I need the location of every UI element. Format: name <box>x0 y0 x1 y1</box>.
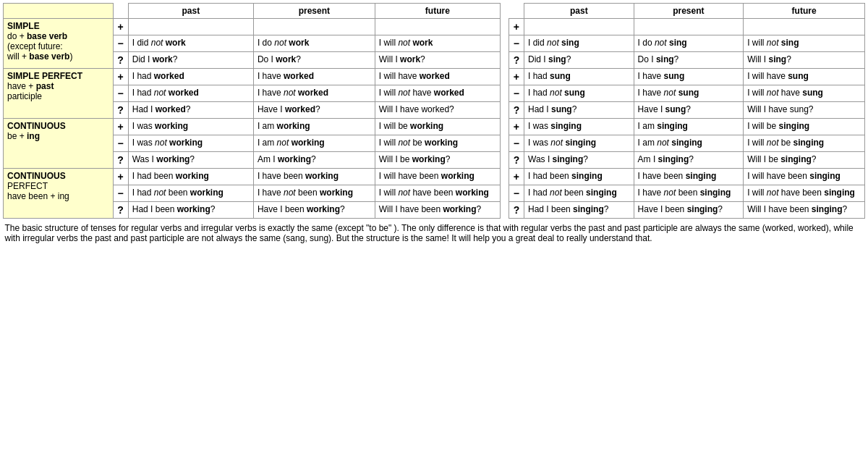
sing-future-cell: I will not sing <box>744 35 865 52</box>
section-label-1: SIMPLE PERFECThave + pastparticiple <box>4 69 114 119</box>
present-header-sing: present <box>634 4 744 19</box>
sing-past-cell <box>524 19 634 35</box>
sing-present-cell: I have not sung <box>634 85 744 102</box>
table-row: ?Had I been working?Have I been working?… <box>4 202 865 219</box>
past-header-sing: past <box>524 4 634 19</box>
sign-cell-2: − <box>509 135 524 152</box>
header-row: past present future past present future <box>4 4 865 19</box>
sign-cell: − <box>113 185 128 202</box>
sign-cell: + <box>113 19 128 35</box>
sign-header-work <box>113 4 128 19</box>
work-present-cell: I do not work <box>253 35 375 52</box>
sign-cell-2: ? <box>509 52 524 69</box>
sing-present-cell: I have sung <box>634 69 744 85</box>
sign-cell: ? <box>113 102 128 119</box>
sing-past-cell: Had I sung? <box>524 102 634 119</box>
work-past-cell: I had worked <box>128 69 253 85</box>
section-label-0: SIMPLEdo + base verb(except future:will … <box>4 19 114 69</box>
sing-past-cell: Did I sing? <box>524 52 634 69</box>
sign-header-sing <box>509 4 524 19</box>
work-past-cell: I was working <box>128 119 253 135</box>
sing-future-cell <box>744 19 865 35</box>
sing-future-cell: I will be singing <box>744 119 865 135</box>
sing-future-cell: I will not be singing <box>744 135 865 152</box>
sign-cell: − <box>113 135 128 152</box>
sing-past-cell: I did not sing <box>524 35 634 52</box>
sing-present-cell: I have not been singing <box>634 185 744 202</box>
work-future-cell: Will I work? <box>375 52 500 69</box>
tenses-table: past present future past present future … <box>3 3 865 245</box>
work-past-cell: Did I work? <box>128 52 253 69</box>
sing-past-cell: I had been singing <box>524 169 634 185</box>
table-row: SIMPLEdo + base verb(except future:will … <box>4 19 865 35</box>
sign-cell-2: − <box>509 35 524 52</box>
work-future-cell: I will be working <box>375 119 500 135</box>
work-present-cell: Have I been working? <box>253 202 375 219</box>
sign-cell: ? <box>113 152 128 169</box>
sing-past-cell: I had not been singing <box>524 185 634 202</box>
sign-cell-2: + <box>509 69 524 85</box>
present-header-work: present <box>253 4 375 19</box>
work-past-cell: I had not been working <box>128 185 253 202</box>
work-present-cell: I am not working <box>253 135 375 152</box>
sing-past-cell: I was singing <box>524 119 634 135</box>
sing-present-cell: Am I singing? <box>634 152 744 169</box>
sing-past-cell: I was not singing <box>524 135 634 152</box>
table-row: SIMPLE PERFECThave + pastparticiple+I ha… <box>4 69 865 85</box>
divider-header <box>500 4 509 19</box>
work-present-cell: Do I work? <box>253 52 375 69</box>
sing-present-cell: I do not sing <box>634 35 744 52</box>
sign-cell: + <box>113 69 128 85</box>
sign-cell-2: − <box>509 85 524 102</box>
future-header-work: future <box>375 4 500 19</box>
work-past-cell: Had I worked? <box>128 102 253 119</box>
sing-present-cell: Have I sung? <box>634 102 744 119</box>
work-past-cell <box>128 19 253 35</box>
work-past-cell: I had not worked <box>128 85 253 102</box>
work-past-cell: Was I working? <box>128 152 253 169</box>
sing-future-cell: Will I be singing? <box>744 152 865 169</box>
table-row: ?Had I worked?Have I worked?Will I have … <box>4 102 865 119</box>
table-row: CONTINUOUSbe + ing+I was workingI am wor… <box>4 119 865 135</box>
work-present-cell: I have not worked <box>253 85 375 102</box>
sing-future-cell: Will I have been singing? <box>744 202 865 219</box>
work-past-cell: I had been working <box>128 169 253 185</box>
work-future-cell: I will have worked <box>375 69 500 85</box>
sign-cell-2: ? <box>509 152 524 169</box>
footer-text: The basic structure of tenses for regula… <box>4 219 865 245</box>
sign-cell: − <box>113 35 128 52</box>
table-row: −I did not workI do not workI will not w… <box>4 35 865 52</box>
table-row: ?Was I working?Am I working?Will I be wo… <box>4 152 865 169</box>
table-row: −I was not workingI am not workingI will… <box>4 135 865 152</box>
work-future-cell: I will not have been working <box>375 185 500 202</box>
section-label-2: CONTINUOUSbe + ing <box>4 119 114 169</box>
sing-future-cell: I will have been singing <box>744 169 865 185</box>
sing-future-cell: I will not have been singing <box>744 185 865 202</box>
work-past-cell: Had I been working? <box>128 202 253 219</box>
past-header-work: past <box>128 4 253 19</box>
divider-cell <box>500 19 509 69</box>
work-future-cell: I will not work <box>375 35 500 52</box>
table-row: CONTINUOUSPERFECThave been + ing+I had b… <box>4 169 865 185</box>
work-present-cell: I am working <box>253 119 375 135</box>
sing-present-cell: I am not singing <box>634 135 744 152</box>
sign-cell-2: + <box>509 169 524 185</box>
sing-present-cell: I have been singing <box>634 169 744 185</box>
sing-past-cell: Had I been singing? <box>524 202 634 219</box>
sing-past-cell: I had not sung <box>524 85 634 102</box>
work-future-cell: I will not have worked <box>375 85 500 102</box>
sign-cell: + <box>113 119 128 135</box>
sing-past-cell: Was I singing? <box>524 152 634 169</box>
empty-header <box>4 4 114 19</box>
divider-cell <box>500 119 509 169</box>
sing-present-cell <box>634 19 744 35</box>
work-present-cell: I have been working <box>253 169 375 185</box>
sing-future-cell: I will have sung <box>744 69 865 85</box>
sign-cell-2: + <box>509 19 524 35</box>
sign-cell-2: + <box>509 119 524 135</box>
sing-present-cell: Do I sing? <box>634 52 744 69</box>
sign-cell-2: ? <box>509 202 524 219</box>
sing-present-cell: Have I been singing? <box>634 202 744 219</box>
section-label-3: CONTINUOUSPERFECThave been + ing <box>4 169 114 219</box>
sing-present-cell: I am singing <box>634 119 744 135</box>
